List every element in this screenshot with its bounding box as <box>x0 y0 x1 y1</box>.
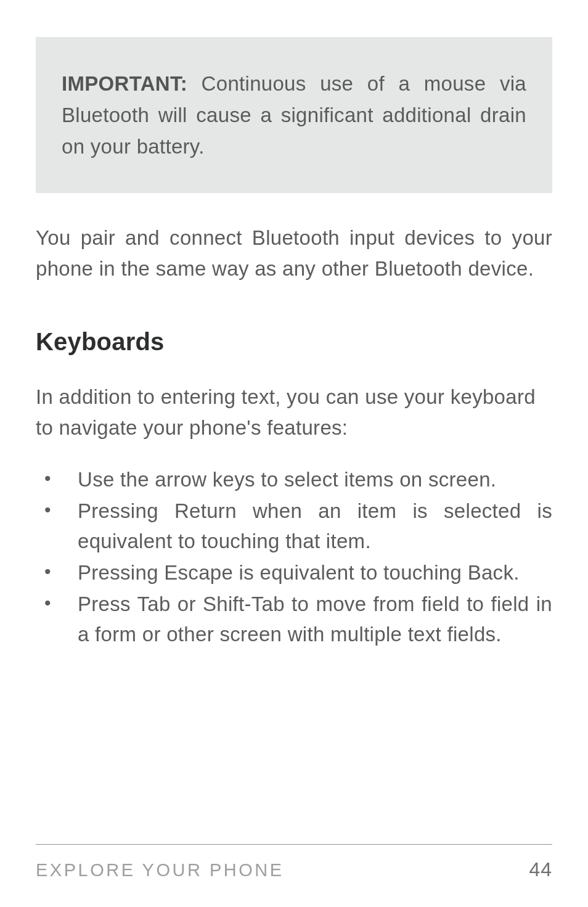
paragraph-bluetooth-pairing: You pair and connect Bluetooth input de­… <box>36 223 552 284</box>
heading-keyboards: Keyboards <box>36 328 552 356</box>
page-content: IMPORTANT: Continuous use of a mouse via… <box>36 37 552 844</box>
list-item: Use the arrow keys to select items on sc… <box>36 465 552 495</box>
keyboards-intro: In addition to entering text, you can us… <box>36 382 552 443</box>
footer-page-number: 44 <box>529 858 552 881</box>
footer-section-title: EXPLORE YOUR PHONE <box>36 860 284 880</box>
page-footer: EXPLORE YOUR PHONE 44 <box>36 844 552 881</box>
list-item: Pressing Escape is equivalent to touch­i… <box>36 558 552 588</box>
important-callout: IMPORTANT: Continuous use of a mouse via… <box>36 37 552 193</box>
list-item: Pressing Return when an item is selected… <box>36 496 552 557</box>
keyboard-features-list: Use the arrow keys to select items on sc… <box>36 465 552 649</box>
list-item: Press Tab or Shift-Tab to move from fiel… <box>36 589 552 650</box>
callout-text: IMPORTANT: Continuous use of a mouse via… <box>62 68 526 162</box>
callout-label: IMPORTANT: <box>62 72 187 95</box>
